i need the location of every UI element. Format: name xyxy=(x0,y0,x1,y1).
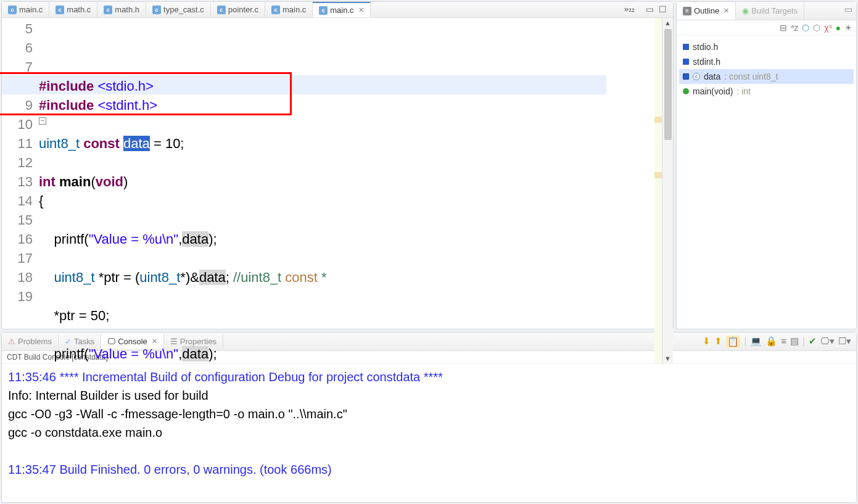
outline-item[interactable]: stdio.h xyxy=(679,39,854,54)
hide-fields-icon[interactable]: ⬡ xyxy=(802,23,809,33)
code-line[interactable] xyxy=(39,287,654,306)
line-number: 18 xyxy=(2,268,33,287)
editor-tab[interactable]: cmath.h xyxy=(97,2,146,17)
line-number: 10 xyxy=(2,115,33,134)
code-line[interactable]: uint8_t *ptr = (uint8_t*)&data; //uint8_… xyxy=(39,268,654,287)
code-line[interactable] xyxy=(39,325,654,344)
scroll-lock-icon[interactable]: 📋 xyxy=(726,336,740,348)
clipboard-icon[interactable]: 💻 xyxy=(750,336,762,348)
tab-label: main.c xyxy=(283,5,306,14)
line-number: 7 xyxy=(2,57,33,76)
editor-tab[interactable]: cmain.c xyxy=(265,2,313,17)
next-error-icon[interactable]: ⬇ xyxy=(703,336,711,348)
minimize-icon[interactable]: ▭ xyxy=(646,4,654,15)
code-line[interactable] xyxy=(39,249,654,268)
code-area[interactable]: #include <stdio.h>#include <stdint.h> ui… xyxy=(39,18,654,363)
close-icon[interactable]: ✕ xyxy=(358,6,364,14)
line-number: 9 xyxy=(2,96,33,115)
code-line[interactable]: printf("Value = %u\n",data); xyxy=(39,229,654,249)
collapse-all-icon[interactable]: ⊟ xyxy=(780,23,787,33)
code-line[interactable]: { xyxy=(39,191,654,210)
code-line[interactable] xyxy=(39,115,654,134)
outline-tab-label: Outline xyxy=(694,6,719,15)
outline-item-type: : int xyxy=(736,86,751,96)
minimize-icon[interactable]: ▭ xyxy=(841,2,856,20)
c-file-icon: c xyxy=(319,6,328,15)
console-line xyxy=(8,442,850,460)
build-targets-label: Build Targets xyxy=(751,6,798,15)
code-line[interactable]: printf("Value = %u\n",data); xyxy=(39,344,654,363)
tab-label: math.c xyxy=(67,5,91,14)
overview-ruler[interactable] xyxy=(654,18,662,363)
code-line[interactable] xyxy=(39,153,654,172)
clear-icon[interactable]: ▤ xyxy=(790,336,799,348)
console-line: Info: Internal Builder is used for build xyxy=(8,386,850,405)
c-file-icon: c xyxy=(152,6,161,14)
outline-toolbar: ⊟ ᵃz ⬡ ⬡ χˢ ● ☀ xyxy=(677,20,856,36)
outline-item-label: stdio.h xyxy=(693,42,718,52)
close-icon[interactable]: ✕ xyxy=(724,7,729,15)
tab-overflow[interactable]: »₂₂ xyxy=(619,2,640,17)
editor-tab[interactable]: cmain.c✕ xyxy=(313,2,370,17)
line-number: 15 xyxy=(2,210,33,229)
outline-list: stdio.hstdint.hcdata : const uint8_tmain… xyxy=(677,36,856,102)
variable-icon xyxy=(683,73,689,80)
more-icon[interactable]: ☀ xyxy=(844,23,852,33)
console-output[interactable]: 11:35:46 **** Incremental Build of confi… xyxy=(2,364,856,502)
hide-non-public-icon[interactable]: χˢ xyxy=(824,23,831,33)
prev-error-icon[interactable]: ⬆ xyxy=(714,336,722,348)
vertical-scrollbar[interactable]: ▲▼ xyxy=(662,18,673,363)
code-line[interactable] xyxy=(39,210,654,229)
editor-pane: cmain.ccmath.ccmath.hctype_cast.ccpointe… xyxy=(1,1,674,329)
code-line[interactable]: #include <stdio.h> xyxy=(39,76,654,96)
outline-pane: ≡Outline✕ ◉Build Targets ▭ ⊟ ᵃz ⬡ ⬡ χˢ ●… xyxy=(676,1,857,329)
tab-label: main.c xyxy=(330,6,353,15)
maximize-icon[interactable]: ☐ xyxy=(659,4,667,15)
c-file-icon: c xyxy=(271,6,280,14)
tab-label: main.c xyxy=(19,5,43,14)
editor-tab[interactable]: cpointer.c xyxy=(211,2,265,17)
c-file-icon: c xyxy=(56,6,64,14)
outline-item[interactable]: stdint.h xyxy=(679,54,854,69)
outline-item-type: : const uint8_t xyxy=(724,72,778,81)
outline-item-label: main(void) xyxy=(693,86,733,96)
const-badge-icon: c xyxy=(693,73,700,80)
lock-icon[interactable]: 🔒 xyxy=(765,336,777,348)
line-number: 6 xyxy=(2,38,33,57)
tab-label: pointer.c xyxy=(228,5,258,14)
c-file-icon: c xyxy=(104,6,112,14)
editor-tab[interactable]: cmain.c xyxy=(2,2,49,17)
code-line[interactable]: uint8_t const data = 10; xyxy=(39,134,654,153)
include-icon xyxy=(683,44,689,50)
console-line: gcc -o constdata.exe main.o xyxy=(8,423,850,442)
outline-item[interactable]: cdata : const uint8_t xyxy=(679,69,854,84)
hide-static-icon[interactable]: ⬡ xyxy=(813,23,820,33)
editor-tab-bar: cmain.ccmath.ccmath.hctype_cast.ccpointe… xyxy=(2,2,673,18)
outline-icon: ≡ xyxy=(683,7,691,15)
outline-item[interactable]: main(void) : int xyxy=(679,84,854,99)
outline-item-label: stdint.h xyxy=(693,57,720,67)
tab-build-targets[interactable]: ◉Build Targets xyxy=(736,2,804,20)
line-number: 5 xyxy=(2,19,33,38)
line-number-gutter: 5678910111213141516171819 xyxy=(2,18,39,363)
editor-tab[interactable]: cmath.c xyxy=(49,2,97,17)
console-line: 11:35:46 **** Incremental Build of confi… xyxy=(8,368,850,386)
line-number: 11 xyxy=(2,134,33,153)
open-console-icon[interactable]: ☐▾ xyxy=(838,336,851,348)
function-icon xyxy=(683,88,689,94)
filter-icon[interactable]: ● xyxy=(836,23,841,33)
code-line[interactable]: #include <stdint.h> xyxy=(39,96,654,115)
editor-tab[interactable]: ctype_cast.c xyxy=(146,2,211,17)
include-icon xyxy=(683,59,689,65)
display-selected-icon[interactable]: 🖵▾ xyxy=(820,336,835,348)
code-line[interactable]: *ptr = 50; xyxy=(39,306,654,325)
code-line[interactable]: int main(void) xyxy=(39,172,654,191)
save-icon[interactable]: ✔ xyxy=(809,336,817,348)
console-line: gcc -O0 -g3 -Wall -c -fmessage-length=0 … xyxy=(8,405,850,423)
sort-icon[interactable]: ᵃz xyxy=(791,23,798,33)
tab-label: math.h xyxy=(115,5,139,14)
wrap-icon[interactable]: ≡ xyxy=(781,336,786,348)
console-line: 11:35:47 Build Finished. 0 errors, 0 war… xyxy=(8,460,850,479)
code-editor[interactable]: 5678910111213141516171819 #include <stdi… xyxy=(2,18,673,363)
tab-outline[interactable]: ≡Outline✕ xyxy=(677,2,736,20)
